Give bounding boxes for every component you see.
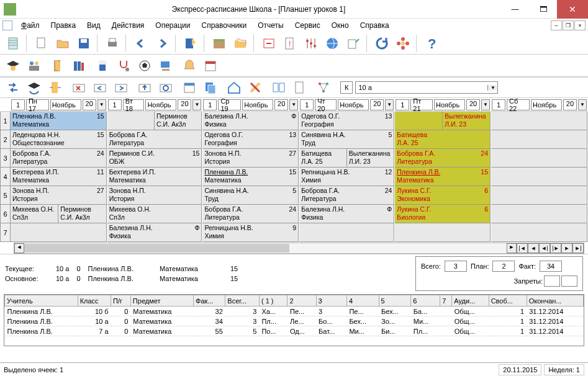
dropdown-icon[interactable]: ▼: [97, 99, 106, 110]
day-name[interactable]: Пт 21: [410, 99, 433, 110]
col-7[interactable]: 7: [440, 295, 452, 307]
lesson-cell[interactable]: [491, 168, 587, 186]
year-box[interactable]: 20: [83, 99, 96, 110]
lesson-cell[interactable]: [491, 130, 587, 149]
col-subject[interactable]: Предмет: [130, 295, 193, 307]
nav-last-icon[interactable]: ►|: [572, 243, 584, 253]
year-box[interactable]: 20: [178, 99, 191, 110]
lesson-cell[interactable]: [491, 112, 587, 130]
lesson-cell-split[interactable]: ВылегжанинаЛ.И. 23: [395, 112, 491, 130]
menu-help[interactable]: Справка: [355, 20, 394, 31]
class-selector[interactable]: 10 а ▼: [355, 81, 498, 94]
month-name[interactable]: Ноябрь: [434, 99, 465, 110]
scroll-track[interactable]: [24, 244, 507, 253]
nav-prev-icon[interactable]: ◄: [528, 243, 539, 253]
day-name[interactable]: Ср 19: [218, 99, 241, 110]
lesson-cell[interactable]: Перминов С.И.15ОБЖ: [107, 149, 202, 168]
folder-up-icon[interactable]: [135, 78, 154, 97]
undo-icon[interactable]: [132, 34, 150, 53]
dropdown-icon[interactable]: ▼: [487, 85, 497, 91]
lesson-cell[interactable]: Балезина Л.Н.ФФизика: [202, 112, 299, 130]
lesson-cell[interactable]: Репницына Н.В.9Химия: [202, 223, 299, 242]
page-icon[interactable]: [291, 78, 309, 97]
calendar-icon[interactable]: [201, 56, 220, 75]
row-num[interactable]: 6: [0, 205, 11, 223]
calendar2-icon[interactable]: [180, 78, 199, 97]
swap-icon[interactable]: [4, 78, 22, 97]
menu-view[interactable]: Вид: [82, 20, 106, 31]
people-icon[interactable]: [25, 56, 43, 75]
scroll-right-icon[interactable]: ►: [507, 243, 517, 253]
copy-icon[interactable]: [201, 78, 220, 97]
tools-icon[interactable]: [246, 78, 265, 97]
edit-icon[interactable]: [181, 34, 200, 53]
lesson-cell[interactable]: Одегова О.Г.13География: [299, 112, 394, 130]
ball-icon[interactable]: [135, 56, 154, 75]
shift-box[interactable]: 1: [203, 99, 217, 110]
row-num[interactable]: 1: [0, 112, 11, 130]
books-icon[interactable]: [70, 56, 88, 75]
lesson-cell[interactable]: Балезина Л.Н.ФФизика: [107, 223, 202, 242]
lesson-cell[interactable]: Зонова Н.П.История: [107, 186, 202, 205]
chef-icon[interactable]: [93, 56, 112, 75]
col-teacher[interactable]: Учитель: [5, 295, 78, 307]
lesson-cell[interactable]: [491, 223, 587, 242]
book-arrows-icon[interactable]: [260, 34, 278, 53]
lesson-cell[interactable]: [491, 149, 587, 168]
year-box[interactable]: 20: [563, 99, 577, 110]
month-name[interactable]: Ноябрь: [242, 99, 273, 110]
menu-reports[interactable]: Отчеты: [253, 20, 288, 31]
maximize-button[interactable]: 🗖: [529, 0, 557, 19]
table-row[interactable]: Пленкина Л.В.7 а0Математика555По...Од...…: [5, 326, 584, 336]
folder-loop-icon[interactable]: [156, 78, 175, 97]
row-num[interactable]: 3: [0, 149, 11, 168]
day-header[interactable]: 1 Чт 20 Ноябрь 20 ▼: [299, 98, 394, 112]
menu-edit[interactable]: Правка: [46, 20, 81, 31]
scroll-thumb[interactable]: [24, 244, 289, 253]
menu-file[interactable]: Файл: [16, 20, 45, 31]
table-row[interactable]: Пленкина Л.В.10 а0Математика343Пл...Ле..…: [5, 316, 584, 326]
lesson-cell[interactable]: [491, 186, 587, 205]
door-swap-icon[interactable]: [46, 78, 65, 97]
nav-nextday-icon[interactable]: |►: [550, 243, 561, 253]
mdi-minimize[interactable]: –: [551, 20, 562, 30]
open-icon[interactable]: [53, 34, 72, 53]
lesson-cell[interactable]: [11, 223, 107, 242]
lesson-cell[interactable]: Бехтерева И.П.11Математика: [11, 168, 107, 186]
graph-icon[interactable]: [314, 78, 333, 97]
col-3[interactable]: 3: [316, 295, 346, 307]
lesson-cell[interactable]: Пленкина Л.В.15Математика: [202, 168, 299, 186]
day-header[interactable]: 1 Сб 22 Ноябрь 20 ▼: [491, 98, 587, 112]
lesson-cell[interactable]: Лукина С.Г.6Биология: [395, 205, 491, 223]
scroll-left-icon[interactable]: ◄: [14, 243, 24, 253]
home-icon[interactable]: [225, 78, 243, 97]
menu-actions[interactable]: Действия: [107, 20, 150, 31]
col-2[interactable]: 2: [287, 295, 316, 307]
mdi-close[interactable]: ×: [574, 20, 586, 30]
col-total[interactable]: Всег...: [225, 295, 260, 307]
help-icon[interactable]: ?: [422, 34, 441, 53]
door-icon[interactable]: [48, 56, 67, 75]
abacus-icon[interactable]: [302, 34, 320, 53]
stethoscope-icon[interactable]: [114, 56, 133, 75]
lesson-cell[interactable]: [299, 223, 394, 242]
menu-references[interactable]: Справочники: [197, 20, 252, 31]
lesson-cell[interactable]: Синявина Н.А.5Труд: [299, 130, 394, 149]
nav-prevday-icon[interactable]: ◄|: [539, 243, 550, 253]
year-box[interactable]: 20: [370, 99, 384, 110]
folder-left-icon[interactable]: [91, 78, 109, 97]
globe-icon[interactable]: [323, 34, 341, 53]
folder-x-icon[interactable]: [70, 78, 88, 97]
lesson-cell[interactable]: Репницына Н.В.12Химия: [299, 168, 394, 186]
lesson-cell-split[interactable]: Михеева О.Н.Сп3л ПерминовС.И. Ак3л: [11, 205, 107, 223]
document-icon[interactable]: [2, 20, 12, 30]
shift-box[interactable]: 1: [492, 99, 505, 110]
lesson-cell[interactable]: Боброва Г.А.24Литература: [395, 149, 491, 168]
mdi-restore[interactable]: ❐: [563, 20, 574, 30]
col-pg[interactable]: П/г: [111, 295, 131, 307]
row-num[interactable]: 4: [0, 168, 11, 186]
lesson-cell[interactable]: Боброва Г.А.24Литература: [202, 205, 299, 223]
lesson-cell[interactable]: Михеева О.Н.Сп3л: [107, 205, 202, 223]
year-box[interactable]: 20: [274, 99, 288, 110]
export-icon[interactable]: [344, 34, 363, 53]
